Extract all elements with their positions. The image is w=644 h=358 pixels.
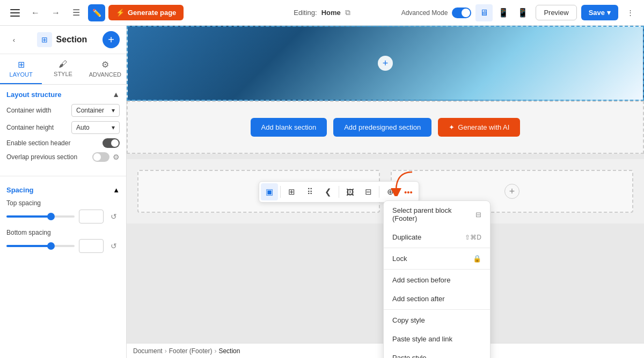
spacing-header[interactable]: Spacing ▲ (6, 186, 120, 194)
bottom-right-add-button[interactable]: + (504, 184, 519, 199)
generate-page-button[interactable]: ⚡ Generate page (108, 5, 184, 20)
add-blank-section-button[interactable]: Add blank section (251, 118, 327, 137)
history-button[interactable]: ☰ (68, 4, 85, 21)
more-options-button[interactable]: ⋮ (623, 5, 638, 20)
tab-advanced[interactable]: ⚙ ADVANCED (84, 54, 126, 84)
toolbar-more-button[interactable]: ••• (400, 183, 417, 200)
menu-duplicate[interactable]: Duplicate ⇧⌘D (384, 228, 490, 247)
toolbar-fit-button[interactable]: ⊟ (360, 183, 377, 200)
hero-section: + (127, 26, 644, 101)
top-spacing-label: Top spacing (6, 199, 120, 207)
mobile-device-button[interactable]: 📱 (514, 4, 531, 21)
bottom-spacing-reset-button[interactable]: ↺ (108, 240, 120, 252)
device-icons: 🖥 📱 📱 (475, 4, 531, 21)
tablet-device-button[interactable]: 📱 (495, 4, 512, 21)
desktop-device-button[interactable]: 🖥 (475, 4, 493, 21)
tab-style[interactable]: 🖌 STYLE (42, 54, 84, 84)
dots-icon: ⠿ (307, 187, 313, 197)
chevron-icon: ❮ (325, 187, 332, 197)
top-spacing-row: Top spacing 150 ↺ (6, 199, 120, 223)
hero-add-button[interactable]: + (378, 56, 393, 71)
image-icon: 🖼 (346, 188, 354, 197)
add-circle-icon: ⊕ (387, 187, 394, 197)
redo-button[interactable]: → (47, 4, 64, 21)
top-spacing-reset-button[interactable]: ↺ (108, 211, 120, 222)
toolbar-dots-button[interactable]: ⠿ (301, 183, 318, 200)
breadcrumb-section: Section (218, 347, 240, 355)
sidebar-title-area: ⊞ Section (37, 32, 87, 47)
preview-button[interactable]: Preview (536, 5, 576, 20)
edit-mode-button[interactable]: ✏️ (88, 4, 105, 21)
section-tool-icon: ▣ (266, 187, 273, 197)
sidebar: ‹ ⊞ Section + ⊞ LAYOUT 🖌 STYLE ⚙ ADVANCE… (0, 26, 127, 358)
grid-icon: ⊞ (288, 187, 295, 197)
sidebar-title: Section (56, 35, 87, 44)
layout-structure-title: Layout structure (6, 91, 62, 99)
save-button[interactable]: Save ▾ (581, 5, 618, 20)
overlap-previous-label: Overlap previous section (6, 153, 77, 161)
advanced-mode-toggle[interactable] (452, 8, 471, 18)
pages-icon: ⧉ (345, 8, 350, 17)
sidebar-add-button[interactable]: + (103, 31, 120, 48)
ai-icon: ✦ (449, 123, 455, 131)
style-tab-icon: 🖌 (58, 59, 67, 69)
menu-paste-style-link[interactable]: Paste style and link (384, 330, 490, 348)
topbar-left: ← → ☰ ✏️ ⚡ Generate page (6, 4, 184, 21)
top-spacing-slider[interactable] (6, 215, 75, 218)
select-chevron-icon: ▾ (112, 107, 115, 114)
menu-divider-3 (384, 309, 490, 310)
menu-lock[interactable]: Lock 🔒 (384, 249, 490, 268)
bottom-spacing-input[interactable]: 150 (79, 239, 104, 253)
menu-divider-2 (384, 269, 490, 270)
select-chevron-icon: ▾ (112, 124, 115, 131)
menu-select-parent[interactable]: Select parent block (Footer) ⊟ (384, 201, 490, 228)
container-height-row: Container height Auto ▾ (6, 121, 120, 134)
parent-block-icon: ⊟ (475, 211, 481, 219)
toolbar-separator-2 (339, 186, 339, 198)
lock-icon: 🔒 (473, 255, 481, 263)
container-height-select[interactable]: Auto ▾ (71, 121, 120, 134)
overlap-previous-row: Overlap previous section ⚙ (6, 152, 120, 162)
enable-section-header-toggle[interactable] (103, 138, 120, 148)
element-toolbar: ▣ ⊞ ⠿ ❮ 🖼 ⊟ (259, 181, 419, 203)
tab-layout[interactable]: ⊞ LAYOUT (0, 54, 42, 84)
menu-add-section-after[interactable]: Add section after (384, 289, 490, 308)
container-width-row: Container width Container ▾ (6, 104, 120, 117)
topbar: ← → ☰ ✏️ ⚡ Generate page Editing: Home ⧉… (0, 0, 644, 26)
enable-section-header-row: Enable section header (6, 138, 120, 148)
layout-structure-header[interactable]: Layout structure ▲ (6, 90, 120, 99)
generate-with-ai-button[interactable]: ✦ Generate with AI (438, 118, 520, 137)
top-spacing-controls: 150 ↺ (6, 210, 120, 223)
hamburger-icon (10, 9, 20, 17)
save-dropdown-icon: ▾ (607, 9, 611, 17)
sidebar-back-button[interactable]: ‹ (6, 32, 21, 47)
bottom-spacing-row: Bottom spacing 150 ↺ (6, 229, 120, 253)
bottom-spacing-slider[interactable] (6, 245, 75, 247)
overlap-previous-toggle[interactable] (92, 152, 109, 162)
toolbar-image-button[interactable]: 🖼 (341, 183, 358, 200)
toolbar-section-button[interactable]: ▣ (261, 183, 278, 200)
container-width-select[interactable]: Container ▾ (71, 104, 120, 117)
toolbar-chevron-button[interactable]: ❮ (319, 183, 336, 200)
breadcrumb-footer[interactable]: Footer (Footer) (169, 347, 213, 355)
layout-tab-icon: ⊞ (18, 59, 25, 70)
edit-icon: ✏️ (92, 9, 101, 17)
bottom-spacing-controls: 150 ↺ (6, 239, 120, 253)
overlap-settings-icon[interactable]: ⚙ (113, 153, 120, 161)
topbar-right: Advanced Mode 🖥 📱 📱 Preview Save ▾ ⋮ (401, 4, 638, 21)
canvas: + Add blank section Add predesigned sect… (127, 26, 644, 358)
undo-button[interactable]: ← (27, 4, 44, 21)
menu-paste-style[interactable]: Paste style (384, 348, 490, 358)
breadcrumb-sep-2: › (214, 347, 216, 355)
toolbar-grid-button[interactable]: ⊞ (283, 183, 300, 200)
top-spacing-input[interactable]: 150 (79, 210, 104, 223)
spacing-title: Spacing (6, 186, 34, 194)
hamburger-menu-button[interactable] (6, 4, 24, 21)
section-buttons: Add blank section Add predesigned sectio… (251, 118, 521, 137)
menu-add-section-before[interactable]: Add section before (384, 271, 490, 289)
add-predesigned-section-button[interactable]: Add predesigned section (333, 118, 431, 137)
toolbar-add-button[interactable]: ⊕ (382, 183, 399, 200)
menu-copy-style[interactable]: Copy style (384, 311, 490, 330)
breadcrumb-document[interactable]: Document (133, 347, 163, 355)
advanced-tab-icon: ⚙ (101, 59, 109, 70)
